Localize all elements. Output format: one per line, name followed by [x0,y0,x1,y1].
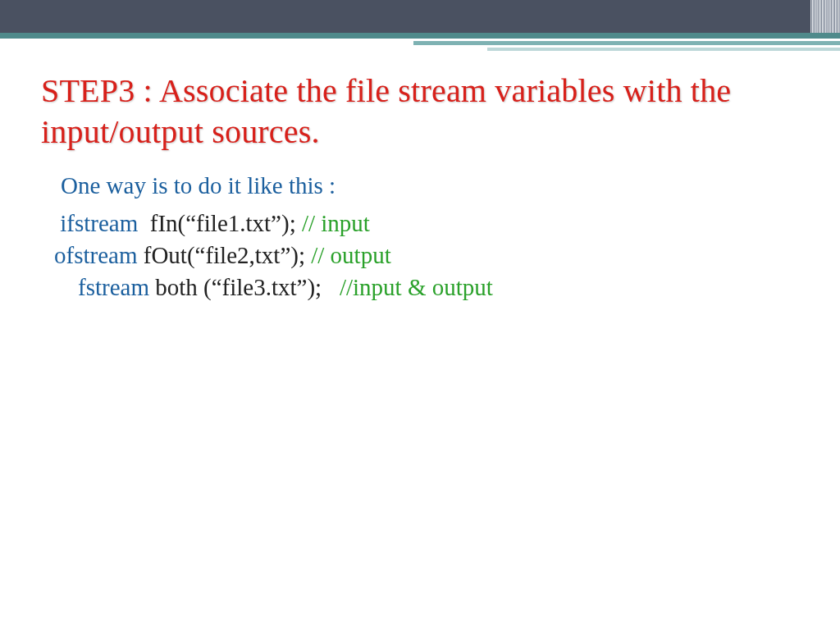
accent-mid [413,41,840,45]
title-label: STEP3 : [41,72,159,109]
code-identifier: fIn(“file1.txt”); [150,210,302,236]
header-edge-strip [810,0,840,33]
code-keyword: ofstream [54,242,137,268]
code-identifier: fOut(“file2,txt”); [144,242,312,268]
slide-subtitle: One way is to do it like this : [61,172,807,199]
code-comment: //input & output [340,274,493,300]
accent-lines [0,33,840,52]
slide-content: STEP3 : Associate the file stream variab… [41,71,807,304]
code-row: ofstream fOut(“file2,txt”); // output [54,240,807,272]
code-keyword: fstream [78,274,149,300]
code-gap [137,242,143,268]
accent-thick [0,33,840,39]
slide-title: STEP3 : Associate the file stream variab… [41,71,807,153]
code-gap [138,210,150,236]
code-keyword: ifstream [60,210,138,236]
code-row: fstream both (“file3.txt”); //input & ou… [54,272,807,304]
code-identifier: both (“file3.txt”); [155,274,340,300]
code-comment: // input [302,210,370,236]
accent-light [487,48,840,51]
header-bar [0,0,840,33]
code-indent [54,274,78,300]
code-row: ifstream fIn(“file1.txt”); // input [54,208,807,240]
code-block: ifstream fIn(“file1.txt”); // input ofst… [54,208,807,304]
code-comment: // output [311,242,390,268]
